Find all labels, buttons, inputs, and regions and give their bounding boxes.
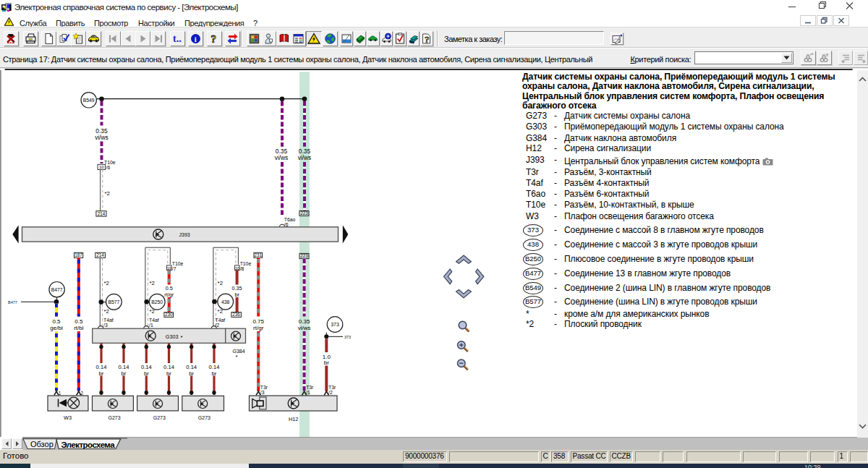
svg-text:T3r: T3r: [260, 385, 268, 390]
svg-text:214: 214: [96, 252, 104, 258]
svg-text:vi/ws: vi/ws: [95, 134, 109, 141]
svg-text:W3: W3: [64, 414, 72, 421]
svg-text:230: 230: [165, 312, 173, 317]
svg-text:rt/gr: rt/gr: [253, 325, 264, 331]
svg-text:B477: B477: [51, 287, 63, 292]
svg-text:/1: /1: [149, 323, 153, 328]
svg-text:rt/gr: rt/gr: [164, 292, 174, 298]
svg-text:br: br: [234, 292, 239, 298]
svg-text:T10e: T10e: [172, 261, 184, 266]
svg-text:*2: *2: [104, 280, 109, 286]
svg-text:B549: B549: [83, 98, 95, 103]
svg-text:0.35: 0.35: [299, 318, 310, 325]
svg-text:/3: /3: [260, 390, 265, 395]
svg-text:br: br: [166, 370, 171, 377]
svg-text:0.5: 0.5: [166, 285, 173, 292]
svg-text:T10e: T10e: [104, 160, 116, 165]
svg-text:G303: G303: [166, 333, 179, 340]
svg-text:214: 214: [98, 211, 106, 216]
svg-text:J393: J393: [179, 232, 190, 237]
svg-text:B250: B250: [151, 299, 163, 305]
svg-text:*2: *2: [218, 308, 223, 315]
svg-text:G384: G384: [233, 349, 245, 354]
svg-text:0.5: 0.5: [75, 318, 83, 325]
svg-text:*2: *2: [150, 280, 155, 286]
svg-text:1: 1: [59, 391, 61, 396]
svg-text:/6: /6: [106, 165, 111, 170]
svg-text:0.14: 0.14: [163, 364, 174, 370]
svg-text:br: br: [99, 370, 104, 377]
svg-text:rt/bl: rt/bl: [74, 325, 84, 331]
svg-text:br: br: [324, 359, 329, 366]
svg-text:Электросхема: Электросхема: [61, 441, 116, 449]
svg-text:vi/ws: vi/ws: [298, 325, 311, 331]
svg-text:G273: G273: [198, 415, 210, 420]
svg-text:Обзор: Обзор: [30, 440, 54, 448]
svg-text:br: br: [212, 370, 217, 377]
svg-text:223: 223: [300, 253, 308, 258]
svg-text:0.14: 0.14: [141, 364, 152, 370]
svg-text:T3r: T3r: [328, 385, 336, 390]
svg-text:10: 10: [99, 165, 103, 169]
svg-text:0.75: 0.75: [252, 318, 264, 325]
svg-text:br: br: [144, 370, 149, 377]
svg-text:*2: *2: [150, 308, 155, 315]
svg-text:0.14: 0.14: [186, 364, 197, 370]
svg-text:B577: B577: [108, 299, 119, 305]
svg-text:G273: G273: [108, 415, 120, 420]
svg-text:*2: *2: [104, 308, 109, 315]
svg-text:0.35: 0.35: [232, 285, 242, 292]
svg-text:/1: /1: [306, 390, 310, 395]
svg-text:*2: *2: [218, 280, 223, 286]
svg-text:236: 236: [232, 312, 240, 317]
svg-text:0.14: 0.14: [209, 364, 220, 370]
svg-text:187: 187: [75, 252, 82, 258]
svg-text:10: 10: [167, 266, 171, 271]
svg-text:T6ao: T6ao: [284, 217, 296, 222]
svg-text:/2: /2: [328, 390, 333, 395]
svg-text:*2: *2: [105, 190, 110, 197]
svg-text:br: br: [189, 370, 194, 377]
svg-text:vi/ws: vi/ws: [298, 154, 312, 161]
svg-text:G273: G273: [153, 415, 166, 420]
svg-text:223: 223: [300, 210, 308, 216]
svg-text:373: 373: [344, 335, 351, 339]
svg-text:T10e: T10e: [240, 261, 252, 266]
svg-text:T3r: T3r: [306, 385, 314, 390]
svg-text:0.14: 0.14: [119, 364, 129, 370]
svg-text:/3: /3: [103, 323, 108, 328]
svg-text:373: 373: [331, 322, 339, 327]
svg-text:B477: B477: [8, 300, 17, 305]
svg-text:ge/bl: ge/bl: [50, 325, 63, 331]
svg-text:10: 10: [235, 266, 239, 271]
svg-text:br: br: [122, 370, 127, 377]
svg-text:H12: H12: [289, 416, 298, 422]
svg-text:vi/ws: vi/ws: [275, 154, 289, 161]
svg-text:0.5: 0.5: [52, 318, 61, 325]
svg-text:*: *: [181, 334, 183, 341]
svg-text:/8: /8: [240, 266, 244, 271]
svg-text:0.14: 0.14: [96, 364, 107, 370]
svg-text:438: 438: [221, 299, 230, 305]
svg-text:/7: /7: [172, 266, 176, 271]
svg-text:*: *: [236, 354, 238, 360]
svg-text:2: 2: [81, 391, 84, 396]
svg-text:231: 231: [254, 252, 262, 258]
